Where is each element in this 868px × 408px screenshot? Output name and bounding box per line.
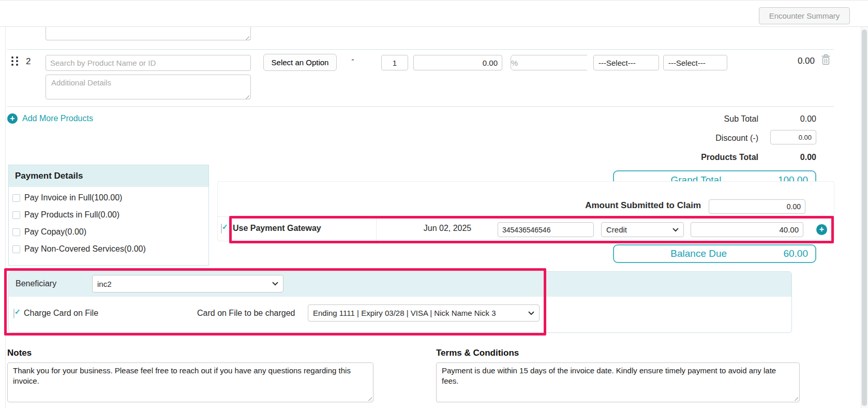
use-payment-gateway-checkbox[interactable] bbox=[221, 224, 222, 234]
scrollbar-thumb[interactable] bbox=[862, 30, 867, 406]
product-search-input[interactable] bbox=[46, 55, 251, 71]
payment-method-select[interactable]: Credit bbox=[601, 222, 684, 237]
balance-due-value: 60.00 bbox=[783, 248, 815, 259]
panel-row-divider bbox=[217, 216, 834, 217]
row-select-2[interactable]: ---Select--- bbox=[663, 55, 727, 70]
beneficiary-select[interactable]: inc2 bbox=[92, 275, 283, 293]
chevron-down-icon bbox=[672, 228, 679, 232]
page-left-border bbox=[5, 27, 6, 408]
discount-label: Discount (-) bbox=[621, 134, 758, 143]
card-on-file-field-label: Card on File to be charged bbox=[197, 309, 295, 318]
pay-non-covered-checkbox[interactable] bbox=[12, 245, 20, 253]
range-separator: - bbox=[348, 55, 358, 64]
section-divider bbox=[7, 106, 834, 107]
payment-option-row: Pay Invoice in Full(100.00) bbox=[9, 193, 208, 202]
balance-due-label: Balance Due bbox=[614, 248, 783, 259]
products-total-value: 0.00 bbox=[765, 153, 816, 162]
amount-submitted-claim-input[interactable] bbox=[709, 199, 805, 214]
charge-card-on-file-label: Charge Card on File bbox=[24, 309, 98, 318]
add-more-products-link[interactable]: Add More Products bbox=[7, 113, 93, 124]
plus-icon bbox=[7, 113, 18, 124]
select-option-button[interactable]: Select an Option bbox=[263, 54, 337, 71]
line-total-value: 0.00 bbox=[753, 56, 815, 66]
chevron-down-icon bbox=[272, 282, 278, 286]
payment-details-panel: Payment Details Pay Invoice in Full(100.… bbox=[8, 165, 209, 266]
terms-title: Terms & Conditions bbox=[436, 348, 519, 358]
discount-total-input[interactable] bbox=[770, 130, 816, 144]
row-index: 2 bbox=[26, 56, 36, 67]
sub-total-label: Sub Total bbox=[621, 114, 758, 124]
balance-due-box: Balance Due 60.00 bbox=[613, 244, 816, 263]
drag-handle-icon[interactable] bbox=[11, 56, 18, 66]
use-payment-gateway-label: Use Payment Gateway bbox=[233, 224, 321, 233]
quantity-input[interactable] bbox=[381, 55, 408, 70]
payment-date-field[interactable]: Jun 02, 2025 bbox=[409, 224, 486, 233]
products-total-label: Products Total bbox=[621, 153, 758, 162]
trash-icon[interactable] bbox=[820, 53, 831, 68]
percent-symbol-label[interactable]: % bbox=[511, 55, 523, 70]
row-divider bbox=[7, 49, 834, 50]
encounter-summary-button[interactable]: Encounter Summary bbox=[759, 7, 850, 24]
card-on-file-select[interactable]: Ending 1111 | Expiry 03/28 | VISA | Nick… bbox=[308, 304, 540, 322]
additional-details-textarea[interactable] bbox=[46, 75, 251, 99]
pay-invoice-full-checkbox[interactable] bbox=[12, 194, 20, 202]
payment-amount-input[interactable] bbox=[691, 222, 803, 237]
add-payment-row-button[interactable] bbox=[816, 224, 827, 235]
notes-textarea[interactable]: Thank you for your business. Please feel… bbox=[7, 362, 373, 402]
payment-option-row: Pay Non-Covered Services(0.00) bbox=[9, 244, 208, 254]
pay-products-full-checkbox[interactable] bbox=[12, 211, 20, 219]
payment-details-title: Payment Details bbox=[9, 165, 208, 187]
pay-copay-checkbox[interactable] bbox=[12, 228, 20, 236]
previous-row-details-textarea[interactable] bbox=[46, 27, 251, 40]
panel-cell-divider bbox=[376, 217, 377, 241]
notes-title: Notes bbox=[7, 348, 32, 358]
amount-submitted-claim-label: Amount Submitted to Claim bbox=[362, 200, 701, 211]
discount-type-amount-group: % bbox=[511, 55, 589, 70]
chevron-down-icon bbox=[528, 311, 534, 315]
row-select-1[interactable]: ---Select--- bbox=[593, 55, 659, 70]
terms-textarea[interactable]: Payment is due within 15 days of the inv… bbox=[436, 362, 800, 402]
charge-card-on-file-checkbox[interactable] bbox=[13, 309, 14, 318]
payment-option-row: Pay Copay(0.00) bbox=[9, 227, 208, 237]
sub-total-value: 0.00 bbox=[765, 114, 816, 124]
top-bar bbox=[0, 0, 868, 27]
beneficiary-label: Beneficiary bbox=[16, 279, 56, 288]
price-input[interactable] bbox=[413, 55, 502, 70]
invoice-page: Encounter Summary 2 Select an Option - %… bbox=[0, 0, 868, 408]
payment-option-row: Pay Products in Full(0.00) bbox=[9, 210, 208, 220]
payment-reference-input[interactable] bbox=[498, 222, 594, 237]
